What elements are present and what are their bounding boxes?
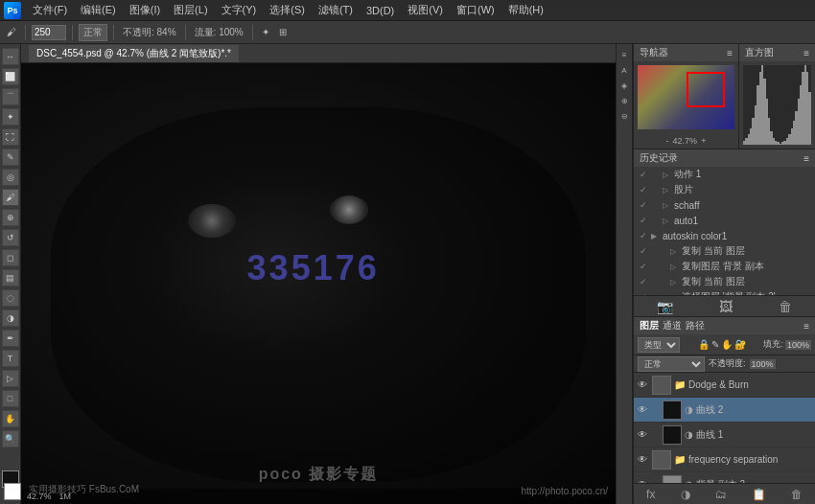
layer-name: 曲线 1	[696, 428, 811, 442]
history-item[interactable]: ✓▷auto1	[634, 213, 815, 228]
layer-type-filter[interactable]: 类型	[638, 337, 680, 353]
nav-zoom-out-btn[interactable]: -	[666, 136, 669, 146]
menu-item[interactable]: 视图(V)	[402, 1, 449, 19]
history-item[interactable]: ✓▷动作 1	[634, 167, 815, 182]
tool-spot-heal[interactable]: ◎	[2, 169, 19, 186]
delete-layer-btn[interactable]: 🗑	[789, 488, 804, 501]
layer-name: Dodge & Burn	[688, 379, 811, 390]
layer-item[interactable]: 👁◑背景 副本 3	[634, 472, 815, 483]
history-item[interactable]: ✓▷复制 当前 图层	[634, 274, 815, 289]
lock-all-btn[interactable]: 🔐	[734, 339, 746, 350]
layer-item[interactable]: 👁◑曲线 1	[634, 423, 815, 447]
tool-lasso[interactable]: ⌒	[2, 88, 19, 105]
menu-item[interactable]: 滤镜(T)	[313, 1, 359, 19]
menu-item[interactable]: 3D(D)	[361, 3, 400, 18]
layer-eye-toggle[interactable]: 👁	[638, 454, 649, 465]
strip-btn-zoom-out[interactable]: ⊖	[617, 109, 631, 123]
toolbar-separator	[185, 25, 186, 40]
tool-quick-select[interactable]: ✦	[2, 108, 19, 126]
tool-eraser[interactable]: ◻	[2, 249, 19, 266]
menu-item[interactable]: 图层(L)	[168, 1, 213, 19]
add-style-btn[interactable]: fx	[644, 488, 657, 501]
tool-gradient[interactable]: ▤	[2, 269, 19, 286]
tool-dodge[interactable]: ◑	[2, 309, 19, 327]
navigator-thumbnail[interactable]	[638, 65, 734, 129]
menu-item[interactable]: 文字(Y)	[216, 1, 263, 19]
menu-item[interactable]: 编辑(E)	[75, 1, 122, 19]
strip-btn-menu[interactable]: ≡	[617, 48, 631, 61]
history-item[interactable]: ✓▷复制 当前 图层	[634, 243, 815, 259]
nav-viewport-box[interactable]	[687, 72, 725, 107]
histogram-title: 直方图	[745, 46, 774, 59]
add-mask-btn[interactable]: ◑	[679, 488, 692, 501]
menu-item[interactable]: 文件(F)	[27, 1, 73, 19]
canvas-content[interactable]: 335176 42.7% 1M 实用摄影技巧 FsBus.CoM poco 摄影…	[21, 63, 616, 504]
navigator-zoom-row: - 42.7% +	[634, 133, 738, 149]
strip-btn-target[interactable]: ◈	[617, 79, 631, 92]
strip-btn-zoom-in[interactable]: ⊕	[617, 94, 631, 107]
blend-mode-selector[interactable]: 正常	[79, 24, 107, 41]
layer-group-icon: 📁	[674, 379, 686, 390]
tool-text[interactable]: T	[2, 350, 19, 367]
tab-channels[interactable]: 通道	[663, 319, 682, 332]
tab-layers[interactable]: 图层	[640, 319, 659, 332]
airbrush-btn[interactable]: ✦	[259, 26, 272, 38]
tool-crop[interactable]: ⛶	[2, 128, 19, 146]
background-color[interactable]	[4, 483, 21, 500]
new-layer-btn[interactable]: 📋	[750, 488, 768, 501]
history-item[interactable]: ✓▷股片	[634, 182, 815, 197]
new-group-btn[interactable]: 🗂	[713, 488, 729, 501]
layer-name: frequency separation	[688, 454, 811, 465]
tool-eyedropper[interactable]: ✎	[2, 149, 19, 166]
blend-mode-select[interactable]: 正常	[638, 356, 705, 372]
canvas-filename[interactable]: DSC_4554.psd @ 42.7% (曲线 2 闻笔致版)*.*	[29, 45, 239, 62]
tool-shape[interactable]: □	[2, 390, 19, 407]
tool-pen[interactable]: ✒	[2, 330, 19, 347]
history-content[interactable]: ✓▷动作 1✓▷股片✓▷schaff✓▷auto1✓▶autoskin colo…	[634, 167, 815, 295]
tool-move[interactable]: ↔	[2, 48, 19, 65]
menu-item[interactable]: 帮助(H)	[502, 1, 549, 19]
histogram-options[interactable]: ≡	[803, 48, 809, 58]
layer-thumbnail	[663, 425, 682, 445]
tool-history-brush[interactable]: ↺	[2, 229, 19, 246]
tool-blur[interactable]: ◌	[2, 289, 19, 307]
tool-brush[interactable]: 🖌	[2, 189, 19, 206]
history-item[interactable]: ✓▷复制图层 背景 副本	[634, 259, 815, 274]
layers-content[interactable]: 👁📁Dodge & Burn👁◑曲线 2👁◑曲线 1👁📁frequency se…	[634, 373, 815, 483]
nav-zoom-in-btn[interactable]: +	[701, 136, 706, 146]
tab-paths[interactable]: 路径	[686, 319, 705, 332]
brush-size-input[interactable]	[32, 25, 66, 40]
tool-hand[interactable]: ✋	[2, 410, 19, 427]
tablet-btn[interactable]: ⊞	[276, 26, 290, 38]
tool-zoom[interactable]: 🔍	[2, 430, 19, 447]
history-create-layer-btn[interactable]: 🖼	[719, 299, 733, 314]
strip-btn-a[interactable]: A	[617, 63, 631, 77]
menu-item[interactable]: 图像(I)	[124, 1, 166, 19]
canvas-right-strip: ≡ A ◈ ⊕ ⊖	[616, 44, 633, 504]
history-delete-btn[interactable]: 🗑	[779, 299, 792, 314]
layer-item[interactable]: 👁📁frequency separation	[634, 447, 815, 472]
menu-item[interactable]: 选择(S)	[264, 1, 311, 19]
layer-eye-toggle[interactable]: 👁	[638, 429, 649, 440]
history-item[interactable]: ✓▷schaff	[634, 197, 815, 213]
opacity-value[interactable]: 100%	[750, 359, 776, 369]
tool-marquee[interactable]: ⬜	[2, 68, 19, 85]
layers-options[interactable]: ≡	[803, 321, 809, 332]
history-new-snapshot-btn[interactable]: 📷	[657, 299, 673, 314]
tool-stamp[interactable]: ⊕	[2, 209, 19, 226]
face-shadow	[51, 107, 586, 482]
layer-eye-toggle[interactable]: 👁	[638, 404, 649, 415]
lock-move-btn[interactable]: ✋	[721, 339, 733, 350]
layer-item[interactable]: 👁📁Dodge & Burn	[634, 373, 815, 398]
fill-value[interactable]: 100%	[785, 340, 811, 350]
tool-path-select[interactable]: ▷	[2, 370, 19, 387]
layer-item[interactable]: 👁◑曲线 2	[634, 398, 815, 423]
lock-paint-btn[interactable]: ✎	[711, 339, 719, 350]
history-item[interactable]: ✓▶autoskin color1	[634, 228, 815, 243]
history-options[interactable]: ≡	[803, 153, 809, 164]
navigator-options[interactable]: ≡	[727, 48, 733, 58]
tool-icon-brush[interactable]: 🖌	[4, 26, 19, 38]
lock-transparent-btn[interactable]: 🔒	[698, 339, 710, 350]
menu-item[interactable]: 窗口(W)	[451, 1, 501, 19]
layer-eye-toggle[interactable]: 👁	[638, 379, 649, 390]
